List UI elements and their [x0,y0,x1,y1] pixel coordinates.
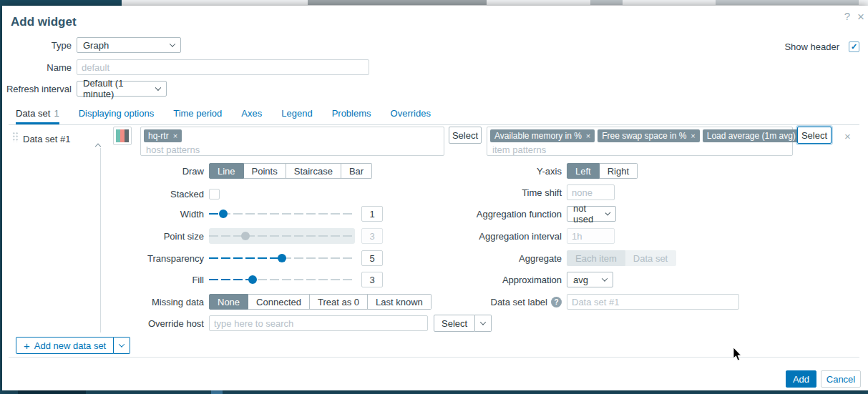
fill-label: Fill [9,275,204,285]
background-text-fragment [716,0,859,5]
transparency-input[interactable] [361,250,383,266]
tag-remove-icon[interactable]: × [691,132,695,140]
point-size-slider-handle [241,232,250,240]
tab-data-set[interactable]: Data set1 [16,105,59,124]
palette-stripe [125,129,129,142]
chevron-down-icon [605,210,611,216]
mouse-cursor [733,348,743,362]
host-patterns-placeholder: host patterns [146,144,441,155]
override-host-select-split: Select [434,315,492,332]
close-icon[interactable]: × [855,10,867,24]
missing-data-option-connected[interactable]: Connected [248,294,310,310]
tab-data-set-count: 1 [54,108,59,119]
check-icon: ✓ [851,42,857,51]
color-palette-button[interactable] [113,127,132,145]
width-slider[interactable] [209,206,355,222]
y-axis-option-right[interactable]: Right [600,163,638,179]
tab-axes[interactable]: Axes [241,105,262,124]
drag-handle[interactable] [12,132,19,142]
item-patterns-placeholder: item patterns [492,144,789,155]
tab-displaying-options[interactable]: Displaying options [79,105,155,124]
override-host-select-dropdown[interactable] [475,315,492,332]
aggregate-option-each-item: Each item [567,250,625,266]
refresh-interval-value: Default (1 minute) [83,78,150,99]
item-tag: Available memory in %× [490,129,595,142]
draw-option-line[interactable]: Line [209,163,244,179]
background-bottom-fragment [211,390,223,394]
aggregation-function-label: Aggregation function [403,209,562,220]
add-widget-dialog: Add widget ? × Type Graph Name Refresh i… [2,6,868,390]
fill-slider[interactable] [209,272,355,287]
add-new-data-set-dropdown[interactable] [114,337,130,354]
draw-option-staircase[interactable]: Staircase [286,163,341,179]
aggregate-segmented: Each item Data set [567,250,676,266]
item-select-button[interactable]: Select [797,127,832,144]
tab-legend[interactable]: Legend [281,105,312,124]
point-size-input [361,228,383,244]
remove-dataset-icon[interactable]: × [844,131,851,142]
transparency-slider-handle[interactable] [278,254,286,262]
width-label: Width [9,209,204,220]
width-slider-handle[interactable] [219,210,228,218]
chevron-down-icon [170,41,175,46]
transparency-slider[interactable] [209,250,355,266]
tab-problems[interactable]: Problems [332,105,371,124]
width-input[interactable] [361,206,383,222]
add-button[interactable]: Add [786,370,816,388]
data-set-label-input[interactable] [567,294,739,310]
stacked-checkbox[interactable] [209,189,220,200]
approximation-label: Approximation [403,275,562,285]
draw-option-bar[interactable]: Bar [341,163,372,179]
aggregation-function-value: not used [573,203,600,225]
missing-data-option-none[interactable]: None [209,294,248,310]
tab-overrides[interactable]: Overrides [391,105,431,124]
draw-option-points[interactable]: Points [244,163,286,179]
aggregation-function-select[interactable]: not used [567,206,616,222]
tag-remove-icon[interactable]: × [173,132,177,140]
missing-data-label: Missing data [9,297,204,307]
item-patterns-multiselect[interactable]: Available memory in %× Free swap space i… [487,127,793,156]
fill-slider-handle[interactable] [248,275,257,284]
time-shift-input[interactable] [567,184,615,200]
chevron-down-icon [155,84,161,90]
type-select[interactable]: Graph [77,37,181,53]
point-size-slider [209,228,355,244]
missing-data-option-treat-as-0[interactable]: Treat as 0 [310,294,368,310]
dataset-title: Data set #1 [23,134,71,144]
chevron-down-icon [119,341,125,347]
point-size-label: Point size [9,231,204,242]
data-set-label-label: Data set label ? [403,297,562,307]
add-new-data-set-split: + Add new data set [16,337,130,354]
y-axis-segmented: Left Right [567,163,638,179]
aggregate-label: Aggregate [403,253,562,264]
help-circle-icon[interactable]: ? [551,297,562,307]
cancel-button[interactable]: Cancel [821,370,861,388]
chevron-down-icon [602,275,608,281]
tag-remove-icon[interactable]: × [586,132,590,140]
item-tag: Free swap space in %× [598,129,700,142]
time-shift-label: Time shift [403,187,562,198]
fill-input[interactable] [361,272,383,287]
show-header-checkbox[interactable]: ✓ [849,41,859,52]
aggregation-interval-label: Aggregation interval [403,231,562,242]
add-new-data-set-button[interactable]: + Add new data set [16,337,114,354]
host-select-button[interactable]: Select [449,127,482,144]
background-bottom-fragment [18,390,86,394]
help-icon[interactable]: ? [842,10,853,22]
dialog-title: Add widget [11,15,77,29]
background-text-fragment [308,0,487,5]
host-patterns-multiselect[interactable]: hq-rtr× host patterns [140,127,444,156]
name-label: Name [2,62,72,73]
approximation-value: avg [573,275,588,285]
override-host-select-button[interactable]: Select [434,315,475,332]
override-host-input[interactable] [209,315,428,331]
y-axis-option-left[interactable]: Left [567,163,600,179]
draw-segmented: Line Points Staircase Bar [209,163,372,179]
transparency-label: Transparency [9,253,204,264]
aggregate-option-data-set: Data set [625,250,676,266]
approximation-select[interactable]: avg [567,272,613,287]
refresh-interval-label: Refresh interval [2,84,72,94]
refresh-interval-select[interactable]: Default (1 minute) [77,81,167,97]
name-input[interactable] [77,59,369,75]
tab-time-period[interactable]: Time period [173,105,222,124]
